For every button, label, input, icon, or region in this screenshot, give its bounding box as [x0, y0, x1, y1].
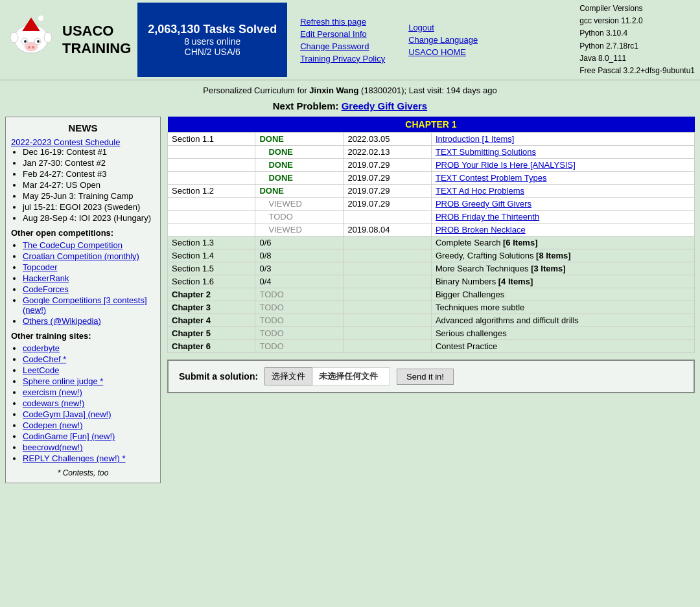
svg-point-12 — [44, 32, 52, 43]
list-item: The CodeCup Competition — [23, 240, 155, 250]
table-row: DONE 2019.07.29 TEXT Contest Problem Typ… — [168, 172, 695, 185]
svg-point-11 — [10, 32, 18, 43]
chapter-table: CHAPTER 1 Section 1.1 DONE 2022.03.05 In… — [167, 117, 695, 353]
problem-link[interactable]: PROB Broken Necklace — [436, 225, 526, 235]
date-cell — [344, 288, 432, 301]
croatian-link[interactable]: Croatian Competition (monthly) — [23, 251, 139, 261]
coderbyte-link[interactable]: coderbyte — [23, 343, 60, 353]
usaco-title-line1: USACO — [62, 23, 113, 39]
codingame-link[interactable]: CodinGame [Fun] (new!) — [23, 431, 115, 441]
problem-link[interactable]: TEXT Ad Hoc Problems — [436, 186, 524, 196]
section-label — [168, 146, 255, 159]
contest-list: Dec 16-19: Contest #1 Jan 27-30: Contest… — [11, 147, 155, 223]
personalized-line: Personalized Curriculum for Jinxin Wang … — [0, 80, 700, 98]
tasks-box: 2,063,130 Tasks Solved 8 users online CH… — [137, 3, 287, 77]
date-cell — [344, 327, 432, 340]
list-item: Sphere online judge * — [23, 376, 155, 386]
auth-links: Logout Change Language USACO HOME — [398, 3, 488, 77]
refresh-link[interactable]: Refresh this page — [300, 17, 385, 27]
change-language-link[interactable]: Change Language — [408, 35, 478, 45]
link-cell: Contest Practice — [431, 340, 694, 353]
date-cell — [344, 340, 432, 353]
status-cell: 0/3 — [255, 262, 344, 275]
training-sites-list: coderbyte CodeChef * LeetCode Sphere onl… — [11, 343, 155, 463]
nav-links: Refresh this page Edit Personal Info Cha… — [287, 3, 398, 77]
table-row: Section 1.3 0/6 Complete Search [6 Items… — [168, 236, 695, 249]
problem-link[interactable]: PROB Your Ride Is Here [ANALYSIS] — [436, 160, 576, 170]
link-cell: Advanced algorithms and difficult drills — [431, 314, 694, 327]
google-link[interactable]: Google Competitions [3 contests] (new!) — [23, 295, 147, 315]
status-cell: 0/8 — [255, 249, 344, 262]
edit-info-link[interactable]: Edit Personal Info — [300, 29, 385, 39]
usaco-title-line2: TRAINING — [62, 40, 131, 56]
contest-schedule-link[interactable]: 2022-2023 Contest Schedule — [11, 137, 120, 147]
list-item: beecrowd(new!) — [23, 442, 155, 452]
competitions-list: The CodeCup Competition Croatian Competi… — [11, 240, 155, 326]
compiler-title: Compiler Versions — [579, 3, 695, 15]
table-row: TODO PROB Friday the Thirteenth — [168, 211, 695, 223]
next-problem-label: Next Problem: — [273, 100, 339, 111]
codepen-link[interactable]: Codepen (new!) — [23, 420, 83, 430]
usaco-title: USACO TRAINING — [62, 23, 131, 57]
exercism-link[interactable]: exercism (new!) — [23, 387, 82, 397]
beecrowd-link[interactable]: beecrowd(new!) — [23, 442, 83, 452]
status-cell: 0/4 — [255, 275, 344, 288]
sphere-link[interactable]: Sphere online judge * — [23, 376, 103, 386]
problem-link[interactable]: Introduction [1 Items] — [436, 134, 514, 144]
status-cell: DONE — [255, 146, 344, 159]
list-item: CodeGym [Java] (new!) — [23, 409, 155, 419]
list-item: HackerRank — [23, 273, 155, 283]
section-label — [168, 223, 255, 236]
personalized-id: (18300201); Last visit: 194 days ago — [361, 86, 497, 95]
others-link[interactable]: Others (@Wikipedia) — [23, 316, 101, 326]
logout-link[interactable]: Logout — [408, 23, 478, 32]
codecup-link[interactable]: The CodeCup Competition — [23, 240, 122, 250]
compiler-python3: Python 3.10.4 — [579, 27, 695, 40]
list-item: Topcoder — [23, 262, 155, 272]
change-password-link[interactable]: Change Password — [300, 41, 385, 51]
status-cell: TODO — [255, 314, 344, 327]
submit-label: Submit a solution: — [179, 371, 258, 382]
table-row: DONE 2022.02.13 TEXT Submitting Solution… — [168, 146, 695, 159]
leetcode-link[interactable]: LeetCode — [23, 365, 59, 375]
table-row: Section 1.1 DONE 2022.03.05 Introduction… — [168, 133, 695, 146]
privacy-link[interactable]: Training Privacy Policy — [300, 54, 385, 63]
codegym-link[interactable]: CodeGym [Java] (new!) — [23, 409, 111, 419]
table-row: DONE 2019.07.29 PROB Your Ride Is Here [… — [168, 159, 695, 172]
table-row: Chapter 2 TODO Bigger Challenges — [168, 288, 695, 301]
table-row: Section 1.2 DONE 2019.07.29 TEXT Ad Hoc … — [168, 185, 695, 198]
personalized-prefix: Personalized Curriculum for — [203, 86, 309, 95]
logo-area: USACO TRAINING — [5, 3, 131, 77]
table-row: Chapter 3 TODO Techniques more subtle — [168, 301, 695, 314]
section-label: Section 1.1 — [168, 133, 255, 146]
list-item: Croatian Competition (monthly) — [23, 251, 155, 261]
codewars-link[interactable]: codewars (new!) — [23, 398, 84, 408]
topcoder-link[interactable]: Topcoder — [23, 262, 57, 272]
next-problem: Next Problem: Greedy Gift Givers — [0, 98, 700, 117]
section-label — [168, 198, 255, 211]
codeforces-link[interactable]: CodeForces — [23, 284, 69, 294]
problem-link[interactable]: TEXT Contest Problem Types — [436, 173, 546, 183]
link-cell: PROB Broken Necklace — [431, 223, 694, 236]
date-cell — [344, 249, 432, 262]
problem-link[interactable]: PROB Friday the Thirteenth — [436, 212, 539, 222]
usaco-home-link[interactable]: USACO HOME — [408, 47, 478, 57]
usaco-logo-icon — [5, 14, 57, 66]
send-button[interactable]: Send it in! — [397, 369, 454, 385]
link-cell: PROB Your Ride Is Here [ANALYSIS] — [431, 159, 694, 172]
hackerrank-link[interactable]: HackerRank — [23, 273, 69, 283]
date-cell — [344, 262, 432, 275]
choose-file-button[interactable]: 选择文件 — [264, 367, 312, 385]
codechef-link[interactable]: CodeChef * — [23, 354, 66, 364]
date-cell: 2019.07.29 — [344, 172, 432, 185]
problem-link[interactable]: PROB Greedy Gift Givers — [436, 199, 531, 209]
problem-link[interactable]: TEXT Submitting Solutions — [436, 147, 536, 157]
reply-link[interactable]: REPLY Challenges (new!) * — [23, 453, 126, 463]
svg-marker-8 — [21, 17, 41, 32]
section-label: Section 1.2 — [168, 185, 255, 198]
users-online: 8 users online — [148, 36, 277, 47]
header: USACO TRAINING 2,063,130 Tasks Solved 8 … — [0, 0, 700, 80]
status-cell: TODO — [255, 327, 344, 340]
next-problem-link[interactable]: Greedy Gift Givers — [342, 100, 428, 111]
table-row: Section 1.4 0/8 Greedy, Crafting Solutio… — [168, 249, 695, 262]
